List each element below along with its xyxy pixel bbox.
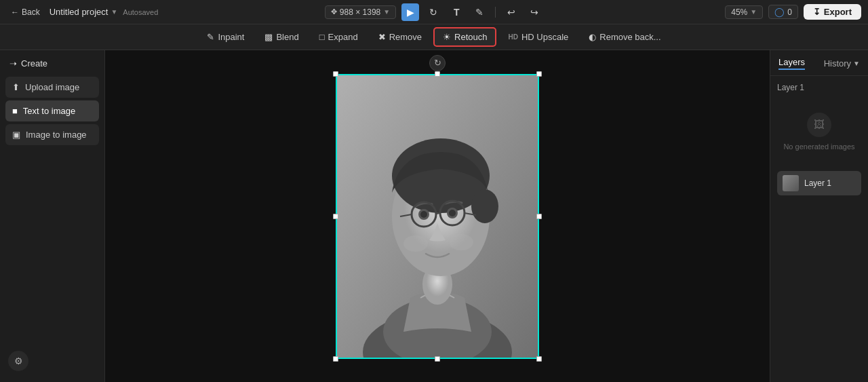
blend-icon: ▩: [264, 32, 273, 42]
undo-icon[interactable]: ↻: [425, 3, 442, 21]
expand-button[interactable]: □ Expand: [311, 28, 367, 46]
layers-area: Layer 1 🖼 No generated images Layer 1: [770, 76, 868, 382]
resize-icon: ✥: [331, 7, 337, 16]
sidebar-footer: ⚙: [5, 345, 99, 377]
resize-handle-ml[interactable]: [333, 214, 338, 219]
history-label: History: [824, 58, 851, 69]
remove-back-label: Remove back...: [599, 32, 660, 42]
autosaved-label: Autosaved: [123, 8, 158, 16]
topbar-center: ✥ 988 × 1398 ▼ ▶ ↻ T ✎ ↩ ↪: [325, 3, 543, 21]
no-generated-area: 🖼 No generated images: [777, 113, 861, 151]
export-label: Export: [824, 7, 852, 17]
remove-back-icon: ◐: [589, 32, 596, 42]
hd-label: HD: [508, 33, 517, 41]
sidebar-item-image-to-image[interactable]: ▣ Image to image: [5, 124, 99, 145]
left-panel: ➝ Create ⬆ Upload image ■ Text to image …: [0, 50, 105, 382]
resize-handle-bm[interactable]: [435, 356, 440, 362]
back-label: Back: [22, 7, 40, 17]
upscale-button[interactable]: HD HD Upscale: [499, 28, 577, 46]
image-frame: [336, 74, 539, 359]
expand-label: Expand: [328, 32, 358, 42]
canvas-size[interactable]: ✥ 988 × 1398 ▼: [325, 5, 396, 19]
inpaint-label: Inpaint: [218, 32, 244, 42]
no-generated-icon: 🖼: [807, 113, 831, 137]
svg-point-6: [471, 189, 498, 223]
select-tool-icon[interactable]: ▶: [401, 3, 419, 21]
blend-label: Blend: [276, 32, 298, 42]
create-header: ➝ Create: [5, 56, 99, 74]
layer-item[interactable]: Layer 1: [777, 171, 861, 195]
panel-header: Layers History ▼: [770, 50, 868, 76]
svg-point-17: [449, 234, 473, 250]
sidebar-item-upload[interactable]: ⬆ Upload image: [5, 77, 99, 98]
remove-button[interactable]: ✖ Remove: [370, 28, 431, 46]
expand-icon: □: [319, 32, 325, 42]
create-icon: ➝: [9, 58, 17, 69]
image-placeholder-icon: 🖼: [814, 119, 825, 131]
topbar-right: 45% ▼ ◯ 0 ↧ Export: [549, 4, 861, 20]
canvas-area[interactable]: ↻: [105, 50, 770, 382]
export-button[interactable]: ↧ Export: [804, 4, 861, 20]
svg-point-16: [403, 235, 428, 252]
upload-icon: ⬆: [12, 82, 20, 92]
panel-tabs: Layers: [778, 57, 805, 70]
project-name[interactable]: Untitled project ▼: [50, 7, 118, 17]
toolbar-strip: ✎ Inpaint ▩ Blend □ Expand ✖ Remove ☀ Re…: [0, 24, 868, 50]
resize-handle-tl[interactable]: [333, 71, 338, 77]
back-button[interactable]: ← Back: [7, 6, 44, 18]
svg-line-9: [436, 213, 440, 214]
zoom-control[interactable]: 45% ▼: [725, 5, 763, 19]
resize-handle-br[interactable]: [536, 356, 542, 362]
text-tool-icon[interactable]: T: [448, 3, 465, 21]
refresh-button[interactable]: ↻: [429, 55, 446, 71]
tab-layers[interactable]: Layers: [778, 57, 805, 70]
project-name-text: Untitled project: [50, 7, 108, 17]
image-to-image-icon: ▣: [12, 130, 20, 140]
resize-handle-mr[interactable]: [536, 214, 542, 219]
canvas-size-text: 988 × 1398: [340, 7, 380, 17]
svg-point-15: [449, 210, 456, 216]
back-arrow-icon: ←: [11, 7, 19, 17]
redo-history-icon[interactable]: ↪: [526, 3, 543, 21]
image-to-image-label: Image to image: [26, 130, 87, 140]
text-to-image-icon: ■: [12, 106, 18, 116]
chevron-down-icon: ▼: [111, 8, 117, 16]
chevron-down-icon: ▼: [853, 60, 860, 67]
zoom-level-text: 45%: [731, 7, 747, 17]
remove-label: Remove: [389, 32, 422, 42]
retouch-icon: ☀: [443, 32, 451, 42]
retouch-button[interactable]: ☀ Retouch: [433, 27, 496, 47]
inpaint-icon: ✎: [207, 32, 214, 42]
create-label: Create: [21, 58, 47, 69]
export-icon: ↧: [813, 7, 821, 17]
upscale-label: HD Upscale: [521, 32, 568, 42]
sidebar-item-text-to-image[interactable]: ■ Text to image: [5, 100, 99, 121]
topbar: ← Back Untitled project ▼ Autosaved ✥ 98…: [0, 0, 868, 24]
pen-tool-icon[interactable]: ✎: [471, 3, 488, 21]
blend-button[interactable]: ▩ Blend: [256, 28, 307, 46]
settings-button[interactable]: ⚙: [8, 351, 28, 371]
canvas-container: ↻: [336, 74, 539, 359]
topbar-left: ← Back Untitled project ▼ Autosaved: [7, 6, 319, 18]
layer-thumbnail: [783, 175, 799, 191]
credit-icon: ◯: [774, 7, 785, 17]
remove-background-button[interactable]: ◐ Remove back...: [580, 28, 669, 46]
upload-label: Upload image: [25, 82, 79, 92]
resize-handle-tr[interactable]: [536, 71, 542, 77]
layer-top-label: Layer 1: [777, 83, 861, 92]
no-generated-text: No generated images: [783, 142, 854, 151]
resize-handle-tm[interactable]: [435, 71, 440, 77]
settings-icon: ⚙: [14, 356, 23, 366]
credit-count: 0: [787, 7, 792, 17]
credit-badge: ◯ 0: [768, 5, 798, 19]
svg-point-13: [420, 211, 427, 218]
divider: [495, 7, 496, 18]
chevron-down-icon: ▼: [750, 8, 757, 16]
inpaint-button[interactable]: ✎ Inpaint: [198, 28, 253, 46]
undo-history-icon[interactable]: ↩: [502, 3, 520, 21]
main-area: ➝ Create ⬆ Upload image ■ Text to image …: [0, 50, 868, 382]
chevron-down-icon: ▼: [383, 8, 390, 16]
tab-history[interactable]: History ▼: [824, 58, 860, 69]
resize-handle-bl[interactable]: [333, 356, 338, 362]
layer-name: Layer 1: [804, 178, 831, 188]
